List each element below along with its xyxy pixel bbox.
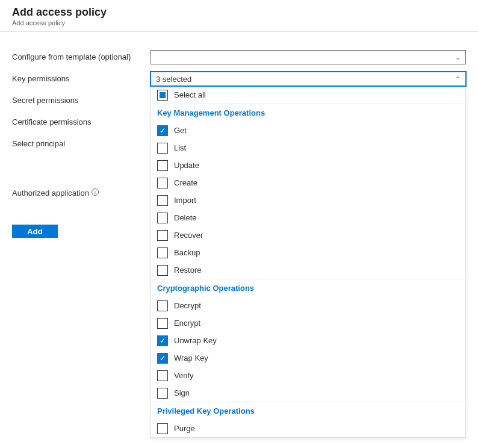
label-key-permissions: Key permissions <box>12 72 151 93</box>
select-all-label: Select all <box>174 90 206 99</box>
permission-checkbox[interactable]: ✓ <box>157 335 168 346</box>
permission-label: Encrypt <box>174 319 200 328</box>
permission-label: Delete <box>174 213 197 222</box>
select-all-checkbox[interactable] <box>157 90 168 101</box>
key-permissions-dropdown: Select all Key Management Operations✓Get… <box>151 86 466 438</box>
permission-checkbox[interactable] <box>157 423 168 434</box>
checkmark-icon: ✓ <box>160 355 166 362</box>
permission-checkbox[interactable] <box>157 143 168 154</box>
permission-option[interactable]: List <box>151 139 465 157</box>
permission-label: Import <box>174 196 196 205</box>
permission-option[interactable]: Purge <box>151 420 465 437</box>
permission-label: Decrypt <box>174 301 201 310</box>
permission-checkbox[interactable] <box>157 265 168 276</box>
group-header: Cryptographic Operations <box>151 279 465 297</box>
page-title: Add access policy <box>12 6 466 19</box>
permission-checkbox[interactable] <box>157 388 168 399</box>
label-secret-permissions: Secret permissions <box>12 93 151 115</box>
permission-checkbox[interactable] <box>157 213 168 223</box>
permission-option[interactable]: Create <box>151 174 465 191</box>
label-authorized-application-text: Authorized application <box>12 188 89 198</box>
chevron-down-icon: ⌄ <box>455 54 461 61</box>
permission-checkbox[interactable] <box>157 178 168 188</box>
permission-option[interactable]: Verify <box>151 367 465 384</box>
permission-checkbox[interactable] <box>157 300 168 311</box>
permission-label: Update <box>174 161 199 170</box>
permission-checkbox[interactable] <box>157 230 168 241</box>
permission-label: Verify <box>174 371 194 380</box>
permission-option[interactable]: Delete <box>151 209 465 226</box>
labels-column: Configure from template (optional) Key p… <box>12 50 151 438</box>
permission-label: Backup <box>174 248 200 257</box>
permission-label: Get <box>174 126 187 135</box>
page-subtitle: Add access policy <box>12 19 466 26</box>
permission-checkbox[interactable] <box>157 195 168 206</box>
key-permissions-summary: 3 selected <box>156 75 191 84</box>
permission-option[interactable]: Update <box>151 157 465 174</box>
info-icon[interactable]: i <box>92 188 99 196</box>
page-header: Add access policy Add access policy <box>0 0 478 32</box>
key-permissions-select[interactable]: 3 selected ⌃ <box>151 72 466 86</box>
label-certificate-permissions: Certificate permissions <box>12 115 151 137</box>
permission-option[interactable]: Sign <box>151 384 465 402</box>
permission-option[interactable]: Decrypt <box>151 297 465 314</box>
permission-checkbox[interactable] <box>157 247 168 258</box>
group-header: Privileged Key Operations <box>151 402 465 420</box>
permission-option[interactable]: Restore <box>151 261 465 279</box>
permission-label: Sign <box>174 388 190 397</box>
permission-label: Recover <box>174 231 203 240</box>
permission-option[interactable]: Recover <box>151 226 465 244</box>
permission-checkbox[interactable] <box>157 318 168 329</box>
permission-option[interactable]: Import <box>151 191 465 209</box>
permission-option[interactable]: Backup <box>151 244 465 261</box>
permission-label: Create <box>174 178 197 187</box>
chevron-up-icon: ⌃ <box>455 75 461 83</box>
permission-label: Restore <box>174 266 202 275</box>
permission-label: Wrap Key <box>174 353 208 362</box>
permission-checkbox[interactable]: ✓ <box>157 353 168 364</box>
add-button[interactable]: Add <box>12 225 58 238</box>
permission-checkbox[interactable]: ✓ <box>157 125 168 136</box>
permission-label: Purge <box>174 424 195 433</box>
permission-option[interactable]: ✓Get <box>151 122 465 139</box>
permission-option[interactable]: ✓Wrap Key <box>151 349 465 367</box>
checkmark-icon: ✓ <box>160 337 166 344</box>
label-select-principal: Select principal <box>12 137 151 158</box>
label-authorized-application: Authorized application i <box>12 186 151 208</box>
configure-template-select[interactable]: ⌄ <box>151 50 466 64</box>
permission-checkbox[interactable] <box>157 160 168 171</box>
select-all-row[interactable]: Select all <box>151 86 465 104</box>
permission-label: Unwrap Key <box>174 336 217 345</box>
label-configure-template: Configure from template (optional) <box>12 50 151 72</box>
permission-option[interactable]: ✓Unwrap Key <box>151 332 465 349</box>
group-header: Key Management Operations <box>151 104 465 122</box>
permission-option[interactable]: Encrypt <box>151 314 465 332</box>
checkmark-icon: ✓ <box>160 127 166 134</box>
permission-checkbox[interactable] <box>157 370 168 381</box>
permission-label: List <box>174 143 186 152</box>
body: Configure from template (optional) Key p… <box>0 32 478 448</box>
controls-column: ⌄ 3 selected ⌃ Select all Key Management… <box>151 50 466 438</box>
